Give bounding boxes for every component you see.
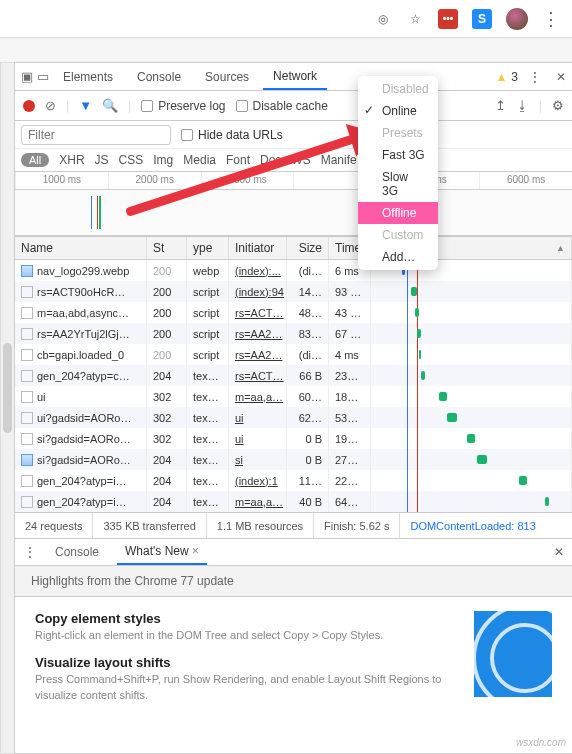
cell-initiator[interactable]: (index):94 — [229, 281, 287, 302]
filter-media[interactable]: Media — [183, 153, 216, 167]
filter-all[interactable]: All — [21, 153, 49, 167]
table-row[interactable]: m=aa,abd,async…200scriptrs=ACT…48…43 … — [15, 302, 572, 323]
extension-red-icon[interactable]: ••• — [438, 9, 458, 29]
table-row[interactable]: gen_204?atyp=c…204tex…rs=ACT…66 B23… — [15, 365, 572, 386]
whatsnew-body: Copy element styles Right-click an eleme… — [15, 597, 572, 729]
cell-initiator[interactable]: rs=ACT… — [229, 365, 287, 386]
warning-icon[interactable]: ▲ — [495, 70, 507, 84]
filter-img[interactable]: Img — [153, 153, 173, 167]
drawer-menu-icon[interactable]: ⋮ — [23, 544, 37, 560]
cell-initiator[interactable]: m=aa,a… — [229, 491, 287, 512]
table-row[interactable]: cb=gapi.loaded_0200scriptrs=AA2…(di…4 ms — [15, 344, 572, 365]
close-tab-icon[interactable]: × — [192, 544, 199, 558]
drawer-tab-console[interactable]: Console — [47, 539, 107, 565]
cell-initiator[interactable]: ui — [229, 428, 287, 449]
clear-icon[interactable]: ⊘ — [45, 98, 56, 113]
filter-xhr[interactable]: XHR — [59, 153, 84, 167]
tab-console[interactable]: Console — [127, 63, 191, 90]
cell-initiator[interactable]: (index):1 — [229, 470, 287, 491]
cell-name: rs=AA2YrTuj2lGj… — [37, 328, 130, 340]
cell-initiator[interactable]: ui — [229, 407, 287, 428]
cell-waterfall — [371, 449, 572, 470]
hide-data-urls-checkbox[interactable]: Hide data URLs — [181, 128, 283, 142]
cell-name: m=aa,abd,async… — [37, 307, 129, 319]
cell-time: 43 … — [329, 302, 371, 323]
cell-initiator[interactable]: rs=AA2… — [229, 323, 287, 344]
table-row[interactable]: gen_204?atyp=i…204tex…m=aa,a…40 B64… — [15, 491, 572, 512]
filter-css[interactable]: CSS — [119, 153, 144, 167]
timeline-overview[interactable] — [15, 190, 572, 236]
cell-status: 200 — [147, 323, 187, 344]
cell-initiator[interactable]: (index):... — [229, 260, 287, 281]
record-button[interactable] — [23, 100, 35, 112]
settings-icon[interactable]: ⚙ — [552, 98, 564, 113]
table-row[interactable]: gen_204?atyp=i…204tex…(index):111…22… — [15, 470, 572, 491]
cell-type: webp — [187, 260, 229, 281]
cell-initiator[interactable]: rs=AA2… — [229, 344, 287, 365]
extension-s-icon[interactable]: S — [472, 9, 492, 29]
warning-count: 3 — [511, 70, 518, 84]
cell-size: 0 B — [287, 428, 329, 449]
drawer-tab-whatsnew[interactable]: What's New × — [117, 539, 207, 565]
cell-type: script — [187, 323, 229, 344]
page-scrollbar[interactable] — [0, 62, 14, 754]
table-row[interactable]: ui?gadsid=AORo…302tex…ui62…53… — [15, 407, 572, 428]
cell-type: tex… — [187, 386, 229, 407]
filter-js[interactable]: JS — [95, 153, 109, 167]
device-toggle-icon[interactable]: ▭ — [37, 69, 49, 84]
throttle-offline[interactable]: Offline — [358, 202, 438, 224]
cell-initiator[interactable]: si — [229, 449, 287, 470]
filter-input[interactable] — [21, 125, 171, 145]
filter-font[interactable]: Font — [226, 153, 250, 167]
search-icon[interactable]: 🔍 — [102, 98, 118, 113]
browser-menu-icon[interactable]: ⋮ — [542, 8, 560, 30]
table-row[interactable]: rs=ACT90oHcR…200script(index):9414…93 … — [15, 281, 572, 302]
disable-cache-checkbox[interactable]: Disable cache — [236, 99, 328, 113]
tab-elements[interactable]: Elements — [53, 63, 123, 90]
throttle-add[interactable]: Add… — [358, 246, 438, 268]
drawer-close-icon[interactable]: ✕ — [554, 545, 564, 559]
cell-name: gen_204?atyp=i… — [37, 496, 127, 508]
col-initiator[interactable]: Initiator — [229, 237, 287, 259]
cell-initiator[interactable]: m=aa,a… — [229, 386, 287, 407]
download-icon[interactable]: ⭳ — [516, 98, 529, 113]
file-icon — [21, 328, 33, 340]
col-status[interactable]: St — [147, 237, 187, 259]
devtools-menu-icon[interactable]: ⋮ — [528, 69, 542, 85]
star-icon[interactable]: ☆ — [406, 10, 424, 28]
summary-finish: Finish: 5.62 s — [314, 513, 400, 538]
col-type[interactable]: ype — [187, 237, 229, 259]
summary-domcontentloaded: DOMContentLoaded: 813 — [400, 513, 545, 538]
table-row[interactable]: si?gadsid=AORo…204tex…si0 B27… — [15, 449, 572, 470]
cell-waterfall — [371, 365, 572, 386]
devtools-close-icon[interactable]: ✕ — [556, 70, 566, 84]
col-name[interactable]: Name — [15, 237, 147, 259]
throttle-slow3g[interactable]: Slow 3G — [358, 166, 438, 202]
col-size[interactable]: Size — [287, 237, 329, 259]
upload-icon[interactable]: ↥ — [495, 98, 506, 113]
tab-sources[interactable]: Sources — [195, 63, 259, 90]
inspect-icon[interactable]: ▣ — [21, 69, 33, 84]
cell-status: 302 — [147, 407, 187, 428]
table-row[interactable]: ui302tex…m=aa,a…60…18… — [15, 386, 572, 407]
cell-status: 204 — [147, 491, 187, 512]
file-icon — [21, 370, 33, 382]
cell-waterfall — [371, 491, 572, 512]
filter-icon[interactable]: ▼ — [79, 98, 92, 113]
table-row[interactable]: rs=AA2YrTuj2lGj…200scriptrs=AA2…83…67 … — [15, 323, 572, 344]
target-icon[interactable]: ◎ — [374, 10, 392, 28]
cell-waterfall — [371, 323, 572, 344]
filter-manifest[interactable]: Manife — [321, 153, 357, 167]
table-row[interactable]: nav_logo299.webp200webp(index):...(di…6 … — [15, 260, 572, 281]
throttling-menu: Disabled ✓Online Presets Fast 3G Slow 3G… — [358, 76, 438, 270]
devtools-panel: ▣ ▭ Elements Console Sources Network ▲ 3… — [14, 62, 572, 754]
tab-network[interactable]: Network — [263, 63, 327, 90]
cell-size: 62… — [287, 407, 329, 428]
cell-initiator[interactable]: rs=ACT… — [229, 302, 287, 323]
throttle-online[interactable]: ✓Online — [358, 100, 438, 122]
requests-table-body: nav_logo299.webp200webp(index):...(di…6 … — [15, 260, 572, 512]
preserve-log-checkbox[interactable]: Preserve log — [141, 99, 225, 113]
table-row[interactable]: si?gadsid=AORo…302tex…ui0 B19… — [15, 428, 572, 449]
avatar[interactable] — [506, 8, 528, 30]
throttle-fast3g[interactable]: Fast 3G — [358, 144, 438, 166]
